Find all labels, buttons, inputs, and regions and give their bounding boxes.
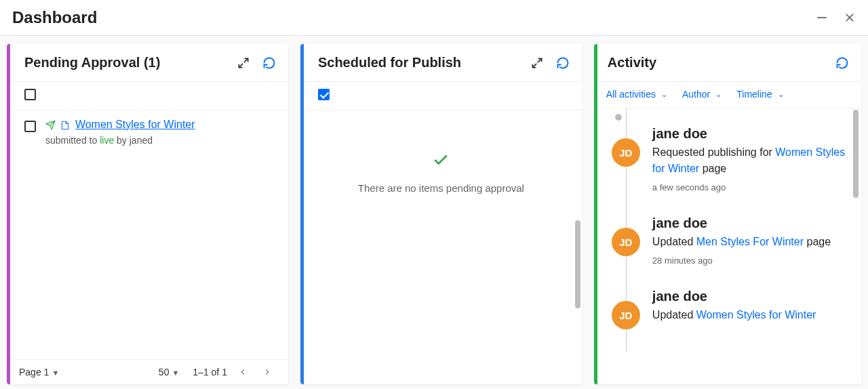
refresh-icon[interactable] [556, 56, 570, 70]
scrollbar[interactable] [575, 220, 580, 308]
svg-line-6 [532, 63, 536, 67]
item-checkbox[interactable] [24, 121, 36, 132]
filter-timeline[interactable]: Timeline⌄ [736, 89, 783, 100]
pending-title: Pending Approval (1) [24, 55, 237, 70]
select-all-checkbox[interactable] [318, 89, 330, 100]
activity-desc: Updated Men Styles For Winter page [652, 234, 853, 250]
prev-page-icon[interactable] [234, 367, 252, 377]
pending-item-sub: submitted to live by janed [45, 135, 276, 146]
empty-state: There are no items pending approval [300, 151, 582, 194]
activity-time: 28 minutes ago [652, 255, 853, 266]
expand-icon[interactable] [237, 56, 250, 70]
activity-user: jane doe [652, 289, 853, 304]
pending-item: Women Styles for Winter submitted to liv… [7, 110, 288, 154]
activity-time: a few seconds ago [652, 182, 853, 192]
avatar: JD [612, 138, 640, 167]
pending-item-link[interactable]: Women Styles for Winter [75, 119, 195, 130]
page-title: Dashboard [12, 8, 97, 27]
pending-footer: Page 1▼ 50▼ 1–1 of 1 [7, 359, 288, 384]
activity-user: jane doe [652, 126, 853, 142]
svg-line-5 [538, 58, 542, 62]
avatar: JD [612, 301, 640, 329]
minimize-icon[interactable] [815, 11, 829, 24]
range-label: 1–1 of 1 [193, 367, 227, 377]
activity-item: JD jane doe Updated Women Styles for Win… [612, 289, 853, 329]
activity-desc: Requested publishing for Women Styles fo… [652, 144, 853, 177]
svg-line-3 [244, 58, 248, 62]
page-icon [60, 121, 70, 130]
pending-approval-panel: Pending Approval (1) [7, 44, 288, 384]
scheduled-title: Scheduled for Publish [318, 55, 530, 70]
select-all-checkbox[interactable] [24, 89, 36, 100]
activity-item: JD jane doe Requested publishing for Wom… [612, 126, 853, 192]
check-icon [300, 151, 582, 173]
next-page-icon[interactable] [258, 367, 276, 377]
header: Dashboard [0, 0, 868, 36]
activity-desc: Updated Women Styles for Winter [652, 307, 853, 323]
scheduled-panel: Scheduled for Publish There are no items… [300, 44, 582, 384]
close-icon[interactable] [844, 12, 856, 24]
send-icon [45, 120, 56, 130]
refresh-icon[interactable] [835, 56, 849, 70]
activity-link[interactable]: Men Styles For Winter [696, 236, 804, 247]
activity-filters: All activities⌄ Author⌄ Timeline⌄ [594, 82, 861, 108]
avatar: JD [612, 228, 640, 256]
svg-line-4 [239, 63, 243, 67]
scrollbar[interactable] [853, 110, 859, 198]
filter-author[interactable]: Author⌄ [682, 89, 722, 100]
activity-panel: Activity All activities⌄ Author⌄ Timelin… [594, 44, 861, 384]
page-indicator[interactable]: Page 1▼ [19, 367, 59, 377]
timeline-origin-dot [615, 114, 622, 121]
activity-link[interactable]: Women Styles for Winter [696, 309, 816, 321]
expand-icon[interactable] [530, 56, 544, 70]
activity-title: Activity [608, 55, 835, 70]
filter-all[interactable]: All activities⌄ [606, 89, 667, 100]
activity-user: jane doe [652, 216, 853, 231]
page-size[interactable]: 50▼ [159, 367, 179, 377]
refresh-icon[interactable] [262, 56, 276, 70]
activity-item: JD jane doe Updated Men Styles For Winte… [612, 216, 853, 266]
activity-list: JD jane doe Requested publishing for Wom… [594, 108, 861, 384]
